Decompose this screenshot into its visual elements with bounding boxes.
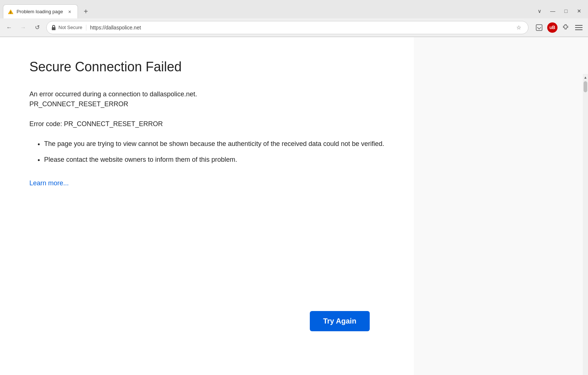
url-text[interactable]: https://dallaspolice.net [90,25,510,31]
bookmark-button[interactable]: ☆ [513,22,524,33]
minimize-button[interactable]: — [547,6,559,16]
bullet-1: The page you are trying to view cannot b… [44,139,384,149]
security-label: Not Secure [58,25,82,30]
close-button[interactable]: ✕ [573,6,585,16]
scrollbar[interactable]: ▲ ▼ [583,74,588,375]
tab-title: Problem loading page [17,9,63,14]
lock-icon [51,25,56,31]
error-bullets: The page you are trying to view cannot b… [29,139,384,165]
pocket-icon [535,24,543,31]
maximize-button[interactable]: □ [560,6,572,16]
svg-rect-3 [536,25,542,31]
new-tab-button[interactable]: + [79,5,92,18]
try-again-button[interactable]: Try Again [310,311,369,331]
error-code-value: PR_CONNECT_RESET_ERROR [64,120,163,128]
url-bar[interactable]: Not Secure https://dallaspolice.net ☆ [46,21,528,34]
svg-rect-2 [52,27,55,30]
back-button[interactable]: ← [3,21,15,34]
pocket-button[interactable] [533,21,545,34]
error-description-text: An error occurred during a connection to… [29,90,197,108]
nav-bar: ← → ↺ Not Secure https://dallaspolice.ne… [0,18,588,37]
error-description: An error occurred during a connection to… [29,89,384,109]
bullet-2: Please contact the website owners to inf… [44,155,384,165]
toolbar-icons: uB [533,21,585,34]
menu-button[interactable] [573,21,585,34]
error-code-line: Error code: PR_CONNECT_RESET_ERROR [29,120,384,128]
url-actions: ☆ [513,22,524,33]
reload-button[interactable]: ↺ [31,21,43,34]
forward-button[interactable]: → [17,21,29,34]
extensions-button[interactable] [559,21,572,34]
browser-chrome: ! Problem loading page × + ∨ — □ ✕ ← → ↺ [0,0,588,37]
learn-more-link[interactable]: Learn more... [29,179,69,187]
tab-bar: ! Problem loading page × + ∨ — □ ✕ [0,0,588,18]
scrollbar-thumb[interactable] [584,81,587,92]
active-tab[interactable]: ! Problem loading page × [3,4,78,18]
tab-close-button[interactable]: × [66,8,73,15]
svg-text:!: ! [10,11,11,14]
error-code-label: Error code: [29,120,62,128]
ublock-button[interactable]: uB [546,21,559,34]
scroll-up-arrow[interactable]: ▲ [583,74,588,81]
hamburger-icon [575,25,582,31]
puzzle-icon [562,24,569,31]
window-controls: ∨ — □ ✕ [534,6,585,16]
security-indicator[interactable]: Not Secure [51,25,86,31]
warning-icon: ! [8,9,14,15]
tab-list-button[interactable]: ∨ [534,6,545,16]
page-content: Secure Connection Failed An error occurr… [0,37,414,375]
ublock-icon: uB [547,22,557,33]
error-title: Secure Connection Failed [29,59,384,75]
